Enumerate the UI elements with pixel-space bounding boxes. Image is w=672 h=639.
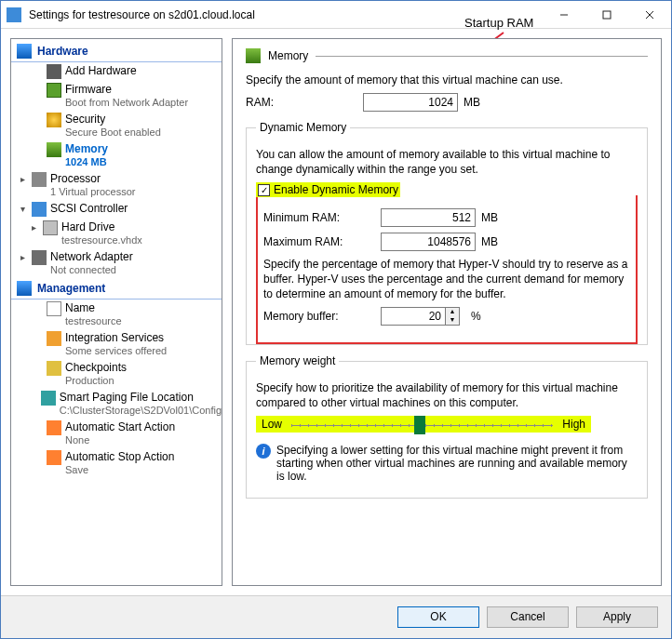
sidebar-item-auto-stop[interactable]: Automatic Stop ActionSave [11, 448, 222, 478]
settings-window: Startup RAM Settings for testresource on… [0, 0, 672, 639]
collapse-icon[interactable]: ▾ [17, 203, 28, 216]
sidebar-item-security[interactable]: SecuritySecure Boot enabled [11, 111, 222, 140]
slider-thumb[interactable] [414, 416, 425, 434]
sidebar-item-checkpoints[interactable]: CheckpointsProduction [11, 359, 222, 389]
min-ram-input[interactable] [381, 208, 476, 227]
sidebar-item-integration[interactable]: Integration ServicesSome services offere… [11, 329, 222, 359]
cancel-button[interactable]: Cancel [487, 606, 569, 628]
maximize-button[interactable] [585, 1, 628, 29]
intro-text: Specify the amount of memory that this v… [246, 73, 648, 87]
auto-stop-icon [47, 450, 61, 465]
enable-dynamic-memory-label: Enable Dynamic Memory [274, 183, 398, 196]
sidebar-item-processor[interactable]: ▸ Processor1 Virtual processor [11, 170, 222, 200]
ram-input[interactable] [363, 93, 458, 112]
svg-rect-2 [603, 11, 611, 19]
sidebar-item-firmware[interactable]: FirmwareBoot from Network Adapter [11, 81, 222, 111]
network-icon [32, 250, 47, 265]
memory-weight-info: Specifying a lower setting for this virt… [276, 444, 638, 483]
section-label: Management [37, 282, 105, 295]
dialog-footer: OK Cancel Apply [1, 595, 671, 638]
section-label: Hardware [37, 45, 88, 58]
sidebar-item-add-hardware[interactable]: Add Hardware [11, 62, 222, 81]
unit-mb: MB [481, 235, 498, 248]
memory-weight-group: Memory weight Specify how to prioritize … [246, 354, 648, 499]
memory-weight-desc: Specify how to prioritize the availabili… [256, 380, 638, 410]
minimize-button[interactable] [543, 1, 585, 29]
sidebar-item-name[interactable]: Nametestresource [11, 300, 222, 329]
hard-drive-icon [43, 220, 58, 235]
memory-weight-slider[interactable]: Low High [256, 416, 591, 433]
dynamic-memory-desc: You can allow the amount of memory avail… [256, 147, 638, 177]
processor-icon [32, 172, 47, 187]
dynamic-memory-redbox: Minimum RAM: MB Maximum RAM: MB Specify … [256, 195, 638, 344]
section-hardware: Hardware [11, 41, 222, 62]
buffer-desc: Specify the percentage of memory that Hy… [263, 257, 630, 301]
memory-icon [246, 48, 261, 63]
unit-mb: MB [481, 211, 498, 224]
scsi-icon [32, 202, 47, 217]
checkpoints-icon [47, 361, 61, 376]
integration-icon [47, 331, 61, 346]
info-icon: i [256, 444, 271, 459]
pane-title: Memory [268, 49, 308, 62]
min-ram-label: Minimum RAM: [263, 211, 375, 224]
smart-paging-icon [41, 391, 56, 406]
unit-mb: MB [464, 96, 480, 109]
content-pane: Memory Specify the amount of memory that… [232, 38, 662, 586]
sidebar-item-hard-drive[interactable]: ▸ Hard Drivetestresource.vhdx [11, 219, 222, 248]
max-ram-input[interactable] [381, 233, 476, 251]
buffer-label: Memory buffer: [263, 310, 375, 323]
buffer-spinner[interactable]: ▲▼ [446, 307, 460, 326]
annotation-startup-ram: Startup RAM [464, 16, 533, 30]
management-icon [17, 281, 32, 296]
sidebar[interactable]: Hardware Add Hardware FirmwareBoot from … [10, 38, 222, 586]
expand-icon[interactable]: ▸ [17, 173, 28, 186]
shield-icon [47, 113, 61, 127]
expand-icon[interactable]: ▸ [28, 221, 39, 234]
memory-icon [47, 142, 61, 157]
unit-percent: % [471, 310, 481, 323]
sidebar-item-smart-paging[interactable]: Smart Paging File LocationC:\ClusterStor… [11, 389, 222, 419]
name-icon [47, 301, 61, 316]
dynamic-memory-legend: Dynamic Memory [256, 121, 350, 134]
buffer-input[interactable] [381, 307, 446, 326]
enable-dynamic-memory-checkbox[interactable]: ✓ [258, 184, 270, 196]
apply-button[interactable]: Apply [576, 606, 658, 628]
window-title: Settings for testresource on s2d01.cloud… [27, 8, 255, 21]
expand-icon[interactable]: ▸ [17, 251, 28, 264]
firmware-icon [47, 83, 61, 98]
close-button[interactable] [628, 1, 671, 29]
memory-weight-legend: Memory weight [256, 354, 339, 367]
sidebar-item-auto-start[interactable]: Automatic Start ActionNone [11, 419, 222, 448]
slider-high-label: High [562, 418, 585, 431]
sidebar-item-scsi[interactable]: ▾ SCSI Controller [11, 200, 222, 219]
ok-button[interactable]: OK [397, 606, 479, 628]
hardware-icon [17, 44, 32, 59]
section-management: Management [11, 278, 222, 300]
dynamic-memory-group: Dynamic Memory You can allow the amount … [246, 121, 648, 345]
max-ram-label: Maximum RAM: [263, 235, 375, 248]
add-hardware-icon [47, 64, 61, 79]
titlebar: Settings for testresource on s2d01.cloud… [1, 1, 671, 29]
sidebar-item-memory[interactable]: Memory1024 MB [11, 140, 222, 170]
slider-low-label: Low [262, 418, 282, 431]
ram-label: RAM: [246, 96, 357, 109]
app-icon [7, 7, 21, 22]
sidebar-item-network[interactable]: ▸ Network AdapterNot connected [11, 248, 222, 278]
auto-start-icon [47, 420, 61, 435]
